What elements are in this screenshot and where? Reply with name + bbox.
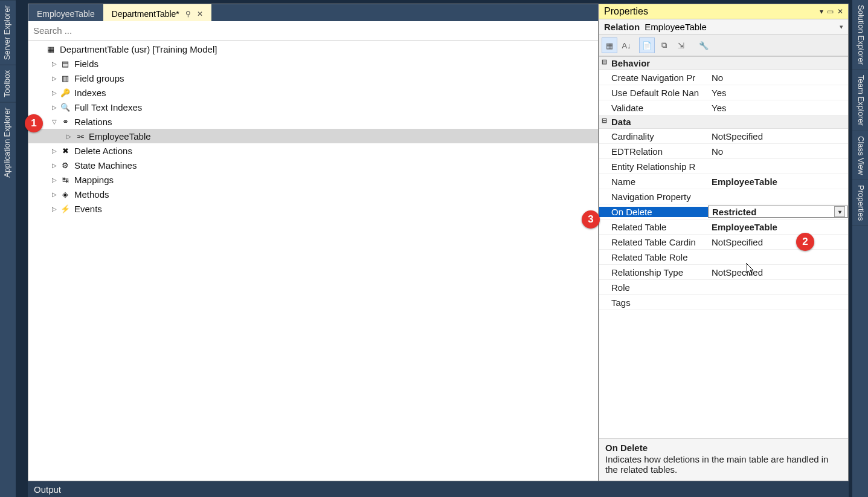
tree-node-label: Fields (74, 59, 98, 69)
prop-row-tags[interactable]: Tags (599, 295, 848, 310)
tree-node-employeetable[interactable]: ▷⫘EmployeeTable (28, 129, 598, 143)
doc-tab-active-label: DepartmentTable* (112, 9, 179, 19)
prop-value[interactable]: Yes (708, 103, 848, 113)
prop-value[interactable]: NotSpecified (708, 267, 848, 278)
category-data[interactable]: Data (599, 115, 848, 129)
expander-icon[interactable]: ▷ (50, 162, 59, 169)
prop-value[interactable]: EmployeeTable (708, 222, 848, 232)
tree-search-input[interactable] (33, 24, 593, 37)
window-pos-icon[interactable]: ▭ (827, 7, 834, 16)
prop-value[interactable]: EmployeeTable (708, 177, 848, 187)
events-icon: ⚡ (60, 203, 71, 214)
prop-name: Relationship Type (599, 267, 708, 278)
wrench-icon[interactable]: 🔧 (696, 37, 712, 53)
prop-name: Name (599, 177, 708, 187)
tree-node-label: DepartmentTable (usr) [Training Model] (60, 44, 217, 54)
prop-row-use-default-role-nan[interactable]: Use Default Role NanYes (599, 85, 848, 100)
prop-value[interactable]: NotSpecified (708, 237, 848, 247)
prop-row-name[interactable]: NameEmployeeTable (599, 174, 848, 189)
tree-node-mappings[interactable]: ▷↹Mappings (28, 172, 598, 187)
doc-tab-employee[interactable]: EmployeeTable (28, 4, 103, 21)
object-type: Relation (604, 22, 640, 32)
prop-name: Related Table Cardin (599, 237, 708, 247)
prop-row-on-delete[interactable]: On DeleteRestricted▾ (599, 204, 848, 219)
expander-icon[interactable]: ▽ (50, 119, 59, 125)
prop-name: EDTRelation (599, 146, 708, 157)
prop-value[interactable]: Restricted▾ (708, 206, 848, 218)
dropdown-icon[interactable]: ▾ (820, 7, 823, 16)
vtab-solution-explorer[interactable]: Solution Explorer (852, 0, 868, 70)
deleteactions-icon: ✖ (60, 145, 71, 156)
prop-value[interactable]: NotSpecified (708, 131, 848, 141)
right-vertical-tab-strip: Solution Explorer Team Explorer Class Vi… (852, 0, 868, 497)
properties-page-button[interactable]: 📄 (639, 37, 655, 53)
prop-value[interactable]: No (708, 146, 848, 157)
doc-tab-department[interactable]: DepartmentTable* ⚲ ✕ (103, 4, 211, 21)
properties-title-bar: Properties ▾ ▭ ✕ (599, 4, 848, 19)
tree-node-delete-actions[interactable]: ▷✖Delete Actions (28, 143, 598, 158)
tree-node-label: Indexes (74, 88, 106, 98)
properties-toolbar: ▦ A↓ 📄 ⧉ ⇲ 🔧 (599, 35, 848, 56)
expander-icon[interactable]: ▷ (50, 177, 59, 183)
chevron-down-icon: ▾ (840, 23, 843, 31)
prop-row-validate[interactable]: ValidateYes (599, 100, 848, 115)
vtab-application-explorer[interactable]: Application Explorer (0, 102, 16, 183)
categorized-button[interactable]: ▦ (602, 37, 617, 53)
tree-node-label: Full Text Indexes (74, 102, 142, 112)
tree-node-fields[interactable]: ▷▤Fields (28, 56, 598, 71)
expander-icon[interactable]: ▷ (50, 191, 59, 198)
designer-tree[interactable]: ▦DepartmentTable (usr) [Training Model]▷… (28, 41, 598, 481)
pin-icon[interactable]: ⚲ (185, 10, 191, 18)
expander-icon[interactable]: ▷ (50, 89, 59, 96)
tree-root[interactable]: ▦DepartmentTable (usr) [Training Model] (28, 42, 598, 56)
expander-icon[interactable]: ▷ (50, 60, 59, 67)
tree-node-label: Methods (74, 189, 109, 200)
vtab-team-explorer[interactable]: Team Explorer (852, 70, 868, 131)
prop-row-edtrelation[interactable]: EDTRelationNo (599, 144, 848, 159)
prop-row-cardinality[interactable]: CardinalityNotSpecified (599, 129, 848, 144)
properties-help-pane: On Delete Indicates how deletions in the… (599, 438, 848, 481)
tool-btn-5[interactable]: ⇲ (673, 37, 689, 53)
prop-row-create-navigation-pr[interactable]: Create Navigation PrNo (599, 70, 848, 85)
object-name: EmployeeTable (645, 22, 707, 32)
vtab-properties[interactable]: Properties (852, 180, 868, 226)
prop-row-navigation-property[interactable]: Navigation Property (599, 189, 848, 204)
prop-name: Entity Relationship R (599, 161, 708, 172)
prop-row-related-table-role[interactable]: Related Table Role (599, 250, 848, 265)
prop-row-entity-relationship-r[interactable]: Entity Relationship R (599, 159, 848, 174)
expander-icon[interactable]: ▷ (50, 75, 59, 82)
prop-row-relationship-type[interactable]: Relationship TypeNotSpecified (599, 265, 848, 280)
expander-icon[interactable]: ▷ (50, 206, 59, 212)
prop-row-role[interactable]: Role (599, 280, 848, 295)
callout-2: 2 (796, 233, 814, 251)
output-panel-header[interactable]: Output (28, 481, 849, 497)
vtab-toolbox[interactable]: Toolbox (0, 65, 16, 102)
tree-node-events[interactable]: ▷⚡Events (28, 201, 598, 216)
prop-row-related-table[interactable]: Related TableEmployeeTable (599, 219, 848, 235)
dropdown-arrow-icon[interactable]: ▾ (834, 206, 845, 217)
category-behavior[interactable]: Behavior (599, 57, 848, 70)
prop-value[interactable]: No (708, 73, 848, 83)
fulltext-icon: 🔍 (60, 102, 71, 112)
tree-node-field-groups[interactable]: ▷▥Field groups (28, 71, 598, 85)
close-panel-icon[interactable]: ✕ (837, 7, 843, 16)
relation-icon: ⫘ (74, 131, 85, 141)
tool-btn-4[interactable]: ⧉ (656, 37, 672, 53)
close-tab-icon[interactable]: ✕ (197, 10, 203, 18)
tree-node-indexes[interactable]: ▷🔑Indexes (28, 85, 598, 100)
tree-node-relations[interactable]: ▽⚭Relations (28, 114, 598, 129)
expander-icon[interactable]: ▷ (65, 133, 73, 140)
tree-node-methods[interactable]: ▷◈Methods (28, 187, 598, 201)
prop-value[interactable]: Yes (708, 88, 848, 98)
callout-3: 3 (582, 210, 600, 229)
expander-icon[interactable]: ▷ (50, 104, 59, 111)
properties-object-selector[interactable]: Relation EmployeeTable ▾ (599, 19, 848, 35)
tree-node-state-machines[interactable]: ▷⚙State Machines (28, 158, 598, 172)
alphabetical-button[interactable]: A↓ (619, 37, 634, 53)
vtab-server-explorer[interactable]: Server Explorer (0, 0, 16, 65)
vtab-class-view[interactable]: Class View (852, 131, 868, 180)
expander-icon[interactable]: ▷ (50, 148, 59, 154)
prop-name: Validate (599, 103, 708, 113)
tree-node-full-text-indexes[interactable]: ▷🔍Full Text Indexes (28, 100, 598, 114)
tree-node-label: Field groups (74, 73, 124, 83)
